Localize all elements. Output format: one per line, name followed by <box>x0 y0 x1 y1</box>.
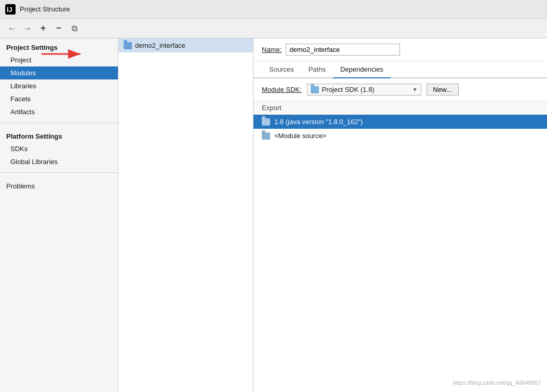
sidebar-divider-2 <box>0 172 118 173</box>
svg-text:IJ: IJ <box>7 6 12 13</box>
name-label: Name: <box>262 46 282 53</box>
sidebar-item-artifacts[interactable]: Artifacts <box>0 105 118 118</box>
tab-dependencies[interactable]: Dependencies <box>333 61 391 78</box>
add-button[interactable]: + <box>36 22 50 35</box>
sdk-label: Module SDK: <box>262 86 302 93</box>
watermark: https://blog.csdn.net/qq_46649567 <box>453 380 541 386</box>
module-list-item[interactable]: demo2_interface <box>118 38 253 52</box>
sdk-select[interactable]: Project SDK (1.8) ▼ <box>307 84 421 96</box>
dep-folder-icon-jdk <box>262 118 270 126</box>
tab-paths[interactable]: Paths <box>301 61 333 78</box>
sidebar-item-sdks[interactable]: SDKs <box>0 142 118 155</box>
dep-module-source-label: <Module source> <box>274 132 326 140</box>
remove-button[interactable]: − <box>52 22 65 35</box>
forward-button[interactable]: → <box>21 22 34 35</box>
toolbar: ← → + − ⧉ <box>0 19 547 38</box>
sidebar-divider <box>0 123 118 123</box>
sdk-row: Module SDK: Project SDK (1.8) ▼ New... <box>254 78 547 101</box>
name-row: Name: <box>254 38 547 61</box>
sdk-dropdown-arrow-icon: ▼ <box>412 87 418 92</box>
tabs-bar: Sources Paths Dependencies <box>254 61 547 78</box>
sidebar-item-project[interactable]: Project <box>0 53 118 66</box>
module-item-label: demo2_interface <box>135 42 185 49</box>
platform-settings-header: Platform Settings <box>0 127 118 142</box>
dependencies-content: Export 1.8 (java version "1.8.0_162") <M… <box>254 101 547 392</box>
sdk-folder-icon <box>311 86 319 93</box>
window-title: Project Structure <box>20 5 70 13</box>
project-settings-header: Project Settings <box>0 38 118 53</box>
app-icon: IJ <box>5 4 16 15</box>
sidebar-item-facets[interactable]: Facets <box>0 92 118 105</box>
title-bar: IJ Project Structure <box>0 0 547 19</box>
right-panel: Name: Sources Paths Dependencies Module … <box>254 38 547 392</box>
dep-jdk-label: 1.8 (java version "1.8.0_162") <box>274 118 363 126</box>
dep-folder-icon-module <box>262 132 270 140</box>
module-list-panel: demo2_interface <box>118 38 254 392</box>
sidebar: Project Settings Project Modules Librari… <box>0 38 118 392</box>
sidebar-item-global-libraries[interactable]: Global Libraries <box>0 155 118 168</box>
sidebar-item-libraries[interactable]: Libraries <box>0 79 118 92</box>
sidebar-item-problems[interactable]: Problems <box>0 177 118 195</box>
sdk-new-button[interactable]: New... <box>426 84 459 96</box>
dep-header-export: Export <box>262 104 282 112</box>
copy-button[interactable]: ⧉ <box>68 22 81 35</box>
dep-header-row: Export <box>254 101 547 115</box>
dep-row-module-source[interactable]: <Module source> <box>254 129 547 143</box>
dep-row-jdk[interactable]: 1.8 (java version "1.8.0_162") <box>254 115 547 129</box>
main-layout: Project Settings Project Modules Librari… <box>0 38 547 392</box>
name-input[interactable] <box>286 44 400 56</box>
tab-sources[interactable]: Sources <box>262 61 301 78</box>
module-folder-icon <box>124 42 132 49</box>
sidebar-item-modules[interactable]: Modules <box>0 66 118 79</box>
back-button[interactable]: ← <box>5 22 19 35</box>
sdk-value: Project SDK (1.8) <box>322 86 375 93</box>
